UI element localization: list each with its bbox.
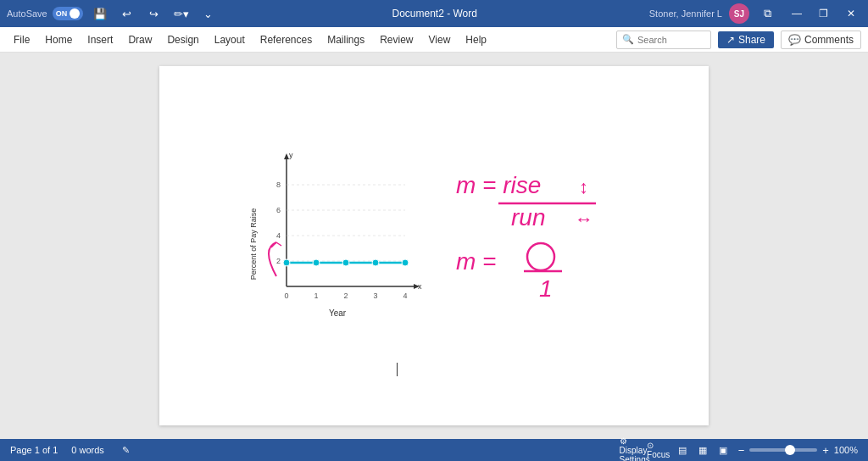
- comments-button[interactable]: 💬 Comments: [781, 31, 861, 49]
- menubar: File Home Insert Draw Design Layout Refe…: [0, 27, 868, 53]
- statusbar-left: Page 1 of 1 0 words ✎: [10, 442, 135, 458]
- math-svg: m = rise ↕ run ↔ m = 1: [448, 151, 719, 337]
- statusbar: Page 1 of 1 0 words ✎ ⚙ Display Settings…: [0, 439, 868, 461]
- menu-layout[interactable]: Layout: [208, 31, 252, 49]
- view-icons: ▤ ▦ ▣: [674, 442, 732, 458]
- zoom-out-icon[interactable]: −: [738, 444, 745, 457]
- print-layout-icon[interactable]: ▤: [674, 442, 691, 458]
- search-input[interactable]: [637, 35, 705, 45]
- read-mode-icon[interactable]: ▣: [715, 442, 732, 458]
- svg-text:m = rise: m = rise: [456, 172, 541, 198]
- menu-references[interactable]: References: [253, 31, 319, 49]
- svg-point-24: [372, 259, 379, 266]
- search-box[interactable]: 🔍: [616, 31, 711, 49]
- svg-point-22: [313, 259, 320, 266]
- zoom-thumb: [785, 445, 795, 455]
- zoom-slider[interactable]: [749, 448, 817, 452]
- display-settings-icon[interactable]: ⚙ Display Settings: [626, 442, 643, 458]
- autosave-toggle[interactable]: ON: [53, 7, 83, 20]
- more-icon[interactable]: ⌄: [197, 4, 220, 23]
- svg-text:run: run: [511, 204, 545, 230]
- svg-text:↔: ↔: [575, 208, 593, 230]
- svg-text:2: 2: [276, 257, 281, 265]
- svg-text:↕: ↕: [579, 176, 588, 197]
- svg-text:0: 0: [284, 292, 288, 300]
- menu-review[interactable]: Review: [373, 31, 420, 49]
- svg-text:Percent of Pay Raise: Percent of Pay Raise: [249, 208, 258, 280]
- statusbar-right: ⚙ Display Settings ⊙ Focus ▤ ▦ ▣ − + 100…: [626, 442, 858, 458]
- math-annotations: m = rise ↕ run ↔ m = 1: [448, 151, 719, 337]
- svg-point-33: [527, 243, 554, 270]
- document-area: Percent of Pay Raise 8 6 4: [0, 53, 868, 439]
- zoom-in-icon[interactable]: +: [822, 444, 829, 457]
- user-name: Stoner, Jennifer L: [649, 8, 722, 19]
- chart-svg: Percent of Pay Raise 8 6 4: [244, 151, 422, 337]
- word-count: 0 words: [71, 445, 104, 455]
- web-layout-icon[interactable]: ▦: [694, 442, 711, 458]
- menu-file[interactable]: File: [7, 31, 36, 49]
- titlebar-left: AutoSave ON 💾 ↩ ↪ ✏▾ ⌄: [7, 4, 220, 23]
- svg-text:1: 1: [539, 275, 553, 302]
- text-cursor: [397, 363, 398, 376]
- share-button[interactable]: ↗ Share: [718, 31, 774, 48]
- redo-icon[interactable]: ↪: [142, 4, 166, 23]
- close-button[interactable]: ✕: [841, 3, 861, 24]
- svg-text:1: 1: [314, 292, 318, 300]
- maximize-button[interactable]: ❐: [814, 3, 834, 24]
- restore-window-icon[interactable]: ⧉: [756, 4, 780, 23]
- focus-icon[interactable]: ⊙ Focus: [650, 442, 667, 458]
- document-title: Document2 - Word: [392, 8, 476, 19]
- save-icon[interactable]: 💾: [88, 4, 112, 23]
- titlebar: AutoSave ON 💾 ↩ ↪ ✏▾ ⌄ Document2 - Word …: [0, 0, 868, 27]
- svg-text:8: 8: [276, 181, 281, 189]
- svg-text:4: 4: [403, 292, 407, 300]
- quick-access-toolbar: 💾 ↩ ↪ ✏▾ ⌄: [88, 4, 220, 23]
- page-info: Page 1 of 1: [10, 445, 58, 455]
- draw-dropdown-icon[interactable]: ✏▾: [170, 4, 193, 23]
- svg-text:6: 6: [276, 206, 281, 214]
- autosave-thumb: [70, 8, 80, 19]
- comments-icon: 💬: [788, 34, 801, 46]
- svg-point-23: [342, 259, 349, 266]
- svg-text:4: 4: [276, 231, 281, 240]
- menu-design[interactable]: Design: [160, 31, 205, 49]
- svg-text:y: y: [289, 151, 293, 159]
- svg-text:3: 3: [373, 292, 377, 300]
- user-avatar[interactable]: SJ: [729, 3, 749, 24]
- page-content: Percent of Pay Raise 8 6 4: [210, 117, 658, 408]
- chart-container: Percent of Pay Raise 8 6 4: [244, 151, 422, 337]
- search-icon: 🔍: [622, 34, 634, 45]
- menu-mailings[interactable]: Mailings: [320, 31, 371, 49]
- svg-text:x: x: [418, 282, 422, 291]
- menu-home[interactable]: Home: [38, 31, 79, 49]
- titlebar-right: Stoner, Jennifer L SJ ⧉ — ❐ ✕: [649, 3, 861, 24]
- menu-view[interactable]: View: [422, 31, 458, 49]
- editor-check-icon[interactable]: ✎: [118, 442, 135, 458]
- share-icon: ↗: [726, 34, 735, 46]
- zoom-level: 100%: [834, 445, 858, 455]
- undo-icon[interactable]: ↩: [115, 4, 139, 23]
- svg-point-21: [283, 259, 290, 266]
- menubar-right: 🔍 ↗ Share 💬 Comments: [616, 31, 861, 49]
- zoom-bar: − + 100%: [738, 444, 858, 457]
- minimize-button[interactable]: —: [787, 3, 807, 24]
- svg-text:m =: m =: [456, 248, 496, 275]
- menu-draw[interactable]: Draw: [121, 31, 159, 49]
- menu-help[interactable]: Help: [459, 31, 493, 49]
- autosave-label: AutoSave: [7, 8, 47, 19]
- svg-point-25: [402, 259, 409, 266]
- menu-insert[interactable]: Insert: [81, 31, 120, 49]
- svg-text:2: 2: [343, 292, 348, 300]
- document-page: Percent of Pay Raise 8 6 4: [159, 66, 709, 425]
- svg-text:Year: Year: [329, 308, 347, 318]
- autosave-state: ON: [56, 9, 68, 18]
